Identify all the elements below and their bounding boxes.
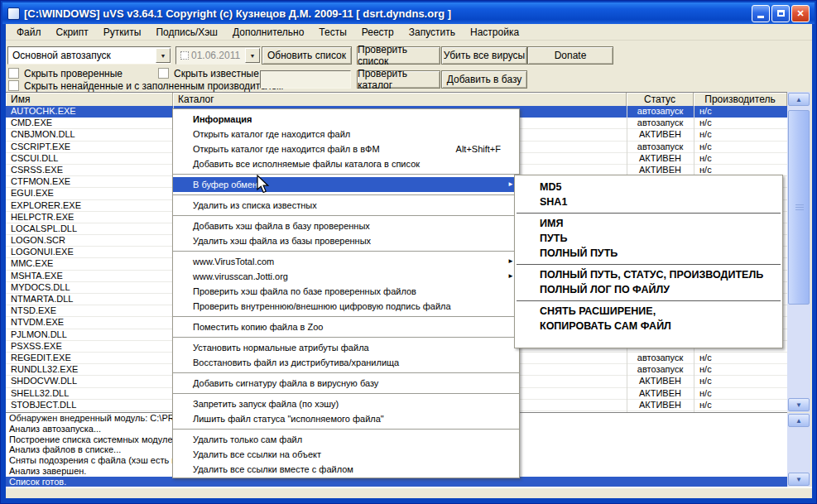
date-picker[interactable]: 01.06.2011 ▼ — [175, 46, 261, 65]
context-menu-item[interactable]: Удалить из списка известных — [173, 198, 519, 213]
table-scrollbar-thumb[interactable] — [788, 110, 810, 305]
profile-combobox[interactable]: Основной автозапуск ▼ — [7, 46, 171, 65]
log-scrollbar[interactable]: ▲ ▼ — [787, 413, 810, 487]
context-menu-item-label: Удалить из списка известных — [193, 198, 317, 213]
context-menu-item[interactable]: Восстановить файл из дистрибутива/хранил… — [173, 355, 519, 370]
context-menu-item[interactable]: Удалить все ссылки вместе с файлом — [173, 462, 519, 477]
context-menu-item[interactable]: В буфер обмена► — [173, 177, 519, 192]
submenu-item[interactable]: ПОЛНЫЙ ПУТЬ, СТАТУС, ПРОИЗВОДИТЕЛЬ — [515, 267, 782, 282]
status-cell: автозапуск — [627, 118, 694, 128]
shortcut-label: Alt+Shift+F — [456, 142, 501, 156]
kill-all-viruses-button[interactable]: Убить все вирусы — [441, 46, 527, 65]
context-menu-item-label: Запретить запуск файла (по хэшу) — [193, 396, 339, 411]
status-cell: АКТИВЕН — [627, 388, 694, 399]
maximize-button[interactable] — [771, 5, 790, 22]
submenu-item[interactable]: ИМЯ — [515, 216, 782, 231]
submenu-item-label: ПОЛНЫЙ ЛОГ ПО ФАЙЛУ — [540, 282, 670, 297]
submenu-item[interactable]: СНЯТЬ РАСШИРЕНИЕ, — [515, 304, 782, 319]
vendor-cell: н/с — [699, 388, 782, 399]
submenu-item[interactable]: КОПИРОВАТЬ САМ ФАЙЛ — [515, 319, 782, 334]
context-menu-item-label: Лишить файл статуса "исполняемого файла" — [193, 411, 384, 426]
context-menu-item[interactable]: Запретить запуск файла (по хэшу) — [173, 396, 519, 411]
menubar-item[interactable]: Настройка — [463, 25, 526, 40]
menubar-item[interactable]: Руткиты — [96, 25, 149, 40]
column-header-catalog[interactable]: Каталог — [173, 93, 627, 106]
context-menu-item[interactable]: Установить нормальные атрибуты файла — [173, 340, 519, 355]
add-to-base-button[interactable]: Добавить в базу — [441, 70, 527, 89]
scroll-up-icon[interactable]: ▲ — [788, 414, 810, 427]
submenu-item[interactable]: ПУТЬ — [515, 231, 782, 246]
donate-button[interactable]: Donate — [527, 46, 613, 65]
context-menu-item[interactable]: Открыть каталог где находится файл — [173, 127, 519, 142]
submenu-item[interactable]: MD5 — [515, 180, 782, 194]
column-header-status[interactable]: Статус — [627, 93, 694, 106]
context-menu-item[interactable]: Информация — [173, 112, 519, 127]
menubar-item[interactable]: Дополнительно — [225, 25, 311, 40]
context-menu-item[interactable]: Удалить хэш файла из базы проверенных — [173, 233, 519, 248]
minimize-button[interactable] — [752, 5, 770, 22]
menubar-item[interactable]: Запустить — [401, 25, 463, 40]
context-menu-item[interactable]: www.virusscan.Jotti.org► — [173, 269, 519, 284]
file-name-cell: NTSD.EXE — [11, 305, 171, 316]
profile-combobox-value: Основной автозапуск — [12, 50, 111, 61]
context-menu-item[interactable]: www.VirusTotal.com► — [173, 254, 519, 269]
column-header-name[interactable]: Имя — [6, 93, 173, 106]
vendor-cell: н/с — [699, 153, 782, 164]
context-menu-separator — [173, 426, 519, 432]
context-menu-item[interactable]: Добавить все исполняемые файлы каталога … — [173, 156, 519, 171]
submenu-item[interactable]: SHA1 — [515, 194, 782, 209]
hide-checked-label: Скрыть проверенные — [24, 68, 123, 79]
column-header-vendor[interactable]: Производитель — [694, 93, 787, 106]
context-menu-item[interactable]: Лишить файл статуса "исполняемого файла" — [173, 411, 519, 426]
app-window: [C:\WINDOWS] uVS v3.64.1 Copyright (c) К… — [0, 0, 817, 504]
check-list-button[interactable]: Проверить список — [357, 46, 440, 65]
context-menu-item[interactable]: Открыть каталог где находится файл в вФМ… — [173, 142, 519, 156]
chevron-down-icon[interactable]: ▼ — [245, 48, 260, 63]
scroll-up-icon[interactable]: ▲ — [788, 93, 810, 106]
context-menu-item[interactable]: Проверить хэш файла по базе проверенных … — [173, 284, 519, 299]
context-menu-item[interactable]: Добавить сигнатуру файла в вирусную базу — [173, 376, 519, 391]
scroll-down-icon[interactable]: ▼ — [788, 473, 810, 486]
menubar-item[interactable]: Подпись/Хэш — [148, 25, 225, 40]
submenu-separator — [515, 261, 782, 267]
title-bar[interactable]: [C:\WINDOWS] uVS v3.64.1 Copyright (c) К… — [2, 2, 815, 24]
menubar: ФайлСкриптРуткитыПодпись/ХэшДополнительн… — [6, 24, 812, 41]
file-name-cell: MMC.EXE — [11, 258, 171, 269]
file-name-cell: SHELL32.DLL — [11, 388, 171, 399]
file-name-cell: REGEDIT.EXE — [11, 353, 171, 363]
context-menu-item[interactable]: Добавить хэш файла в базу проверенных — [173, 218, 519, 233]
submenu-item[interactable]: ПОЛНЫЙ ЛОГ ПО ФАЙЛУ — [515, 282, 782, 297]
close-button[interactable]: ✕ — [791, 5, 810, 22]
vendor-cell: н/с — [699, 353, 782, 363]
menubar-item[interactable]: Скрипт — [49, 25, 96, 40]
context-menu-item-label: Добавить все исполняемые файлы каталога … — [193, 156, 420, 171]
context-menu-item[interactable]: Удалить только сам файл — [173, 432, 519, 447]
context-menu-item[interactable]: Удалить все ссылки на объект — [173, 447, 519, 462]
context-menu-item-label: Проверить хэш файла по базе проверенных … — [193, 284, 416, 299]
status-cell: АКТИВЕН — [627, 153, 694, 164]
file-name-cell: PSXSS.EXE — [11, 341, 171, 352]
table-scrollbar[interactable]: ▲ ▼ — [787, 92, 810, 412]
context-menu-item[interactable]: Проверить внутреннюю/внешнюю цифровую по… — [173, 299, 519, 314]
hide-known-checkbox[interactable] — [158, 68, 169, 79]
date-checkbox[interactable] — [180, 51, 189, 60]
hide-checked-checkbox[interactable] — [8, 68, 19, 79]
hide-notfound-label: Скрыть ненайденные и с заполненным произ… — [24, 80, 283, 92]
menubar-item[interactable]: Тесты — [311, 25, 353, 40]
context-menu-item-label: Установить нормальные атрибуты файла — [193, 340, 369, 355]
hide-notfound-checkbox[interactable] — [8, 80, 19, 91]
update-list-button[interactable]: Обновить список — [262, 46, 352, 65]
chevron-down-icon[interactable]: ▼ — [156, 48, 171, 63]
scroll-down-icon[interactable]: ▼ — [788, 398, 810, 411]
menubar-item[interactable]: Реестр — [354, 25, 401, 40]
check-directory-button[interactable]: Проверить каталог — [357, 70, 440, 89]
context-menu-item[interactable]: Поместить копию файла в Zoo — [173, 319, 519, 334]
context-menu-item-label: Удалить хэш файла из базы проверенных — [193, 233, 371, 248]
submenu-item[interactable]: ПОЛНЫЙ ПУТЬ — [515, 246, 782, 261]
vendor-cell: н/с — [699, 400, 782, 410]
context-menu-item-label: Удалить все ссылки на объект — [193, 447, 321, 462]
status-cell: автозапуск — [627, 353, 694, 363]
context-menu-item-label: Открыть каталог где находится файл в вФМ — [193, 142, 380, 156]
menubar-item[interactable]: Файл — [9, 25, 49, 40]
directory-input[interactable] — [260, 70, 351, 89]
